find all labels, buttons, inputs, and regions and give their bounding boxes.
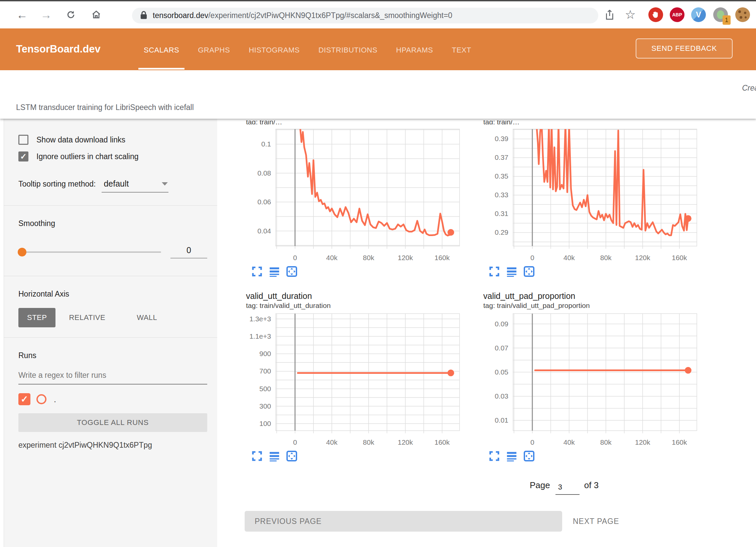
svg-text:0.39: 0.39 <box>495 135 508 142</box>
tooltip-sorting-label: Tooltip sorting method: <box>18 180 96 189</box>
divider <box>4 205 217 206</box>
svg-text:40k: 40k <box>563 438 575 446</box>
fullscreen-icon[interactable] <box>251 450 263 462</box>
chevron-down-icon <box>162 182 168 186</box>
haxis-relative-button[interactable]: RELATIVE <box>60 308 114 327</box>
ignore-outliers-row[interactable]: ✓ Ignore outliers in chart scaling <box>18 151 207 161</box>
svg-text:80k: 80k <box>363 438 374 446</box>
extension-gray-icon[interactable]: 1 <box>713 7 728 22</box>
smoothing-slider-thumb[interactable] <box>18 248 26 256</box>
tab-histograms[interactable]: HISTOGRAMS <box>249 46 300 54</box>
forward-icon[interactable]: → <box>37 6 55 23</box>
svg-text:0: 0 <box>530 254 534 261</box>
fit-domain-icon[interactable] <box>286 450 297 462</box>
tab-distributions[interactable]: DISTRIBUTIONS <box>319 46 377 54</box>
experiment-subheader: Crea LSTM transducer training for LibriS… <box>0 70 756 119</box>
pagination: Page of 3 <box>530 479 756 494</box>
chart-card-2: tag: train/… 0.290.310.330.350.370.39040… <box>481 120 715 278</box>
share-icon[interactable] <box>602 7 618 23</box>
svg-text:100: 100 <box>259 420 271 427</box>
reload-glyph <box>66 10 76 20</box>
toggle-all-runs-button[interactable]: TOGGLE ALL RUNS <box>18 413 207 432</box>
ignore-outliers-checkbox[interactable]: ✓ <box>18 151 28 161</box>
data-table-icon[interactable] <box>269 266 280 277</box>
chart4-plot[interactable]: 0.010.030.050.070.09040k80k120k160k <box>481 312 702 447</box>
svg-text:0.33: 0.33 <box>495 191 508 199</box>
home-glyph <box>91 9 102 20</box>
next-page-button[interactable]: NEXT PAGE <box>573 517 619 526</box>
data-table-icon[interactable] <box>506 450 517 462</box>
run-row: ✓ . <box>18 393 207 405</box>
chart3-plot[interactable]: 1003005007009001.1e+31.3e+3040k80k120k16… <box>244 312 465 447</box>
divider <box>4 337 217 338</box>
chart1-clipped-tag: tag: train/… <box>246 120 478 124</box>
previous-page-button[interactable]: PREVIOUS PAGE <box>245 511 562 532</box>
svg-text:0: 0 <box>293 438 297 446</box>
created-text-clipped: Crea <box>742 84 756 93</box>
tooltip-sorting-dropdown[interactable]: default <box>102 179 168 193</box>
svg-text:0.04: 0.04 <box>257 227 271 235</box>
svg-text:120k: 120k <box>635 254 650 261</box>
tab-text[interactable]: TEXT <box>452 46 471 54</box>
svg-text:160k: 160k <box>434 254 450 261</box>
v-label: V <box>696 10 701 19</box>
sidebar-scroll-gutter[interactable] <box>0 119 4 547</box>
svg-text:120k: 120k <box>635 438 650 446</box>
page-number-input[interactable] <box>555 481 580 495</box>
svg-text:40k: 40k <box>563 254 575 261</box>
nav-tabs: SCALARS GRAPHS HISTOGRAMS DISTRIBUTIONS … <box>144 46 471 54</box>
app-header: TensorBoard.dev SCALARS GRAPHS HISTOGRAM… <box>0 28 756 70</box>
tab-graphs[interactable]: GRAPHS <box>198 46 230 54</box>
reload-icon[interactable] <box>62 6 80 23</box>
svg-text:0.07: 0.07 <box>495 344 508 352</box>
tab-hparams[interactable]: HPARAMS <box>396 46 433 54</box>
svg-text:80k: 80k <box>600 254 612 261</box>
home-icon[interactable] <box>88 6 105 23</box>
url-host: tensorboard.dev <box>153 11 208 20</box>
show-download-links-checkbox[interactable] <box>18 135 28 145</box>
run-checkbox[interactable]: ✓ <box>18 393 30 405</box>
svg-text:0: 0 <box>530 438 534 446</box>
extension-cookie-icon[interactable] <box>735 7 750 22</box>
fullscreen-icon[interactable] <box>489 450 500 462</box>
bookmark-star-icon[interactable]: ☆ <box>622 7 638 23</box>
experiment-id-label: experiment cj2vtPiwQHKN9Q1tx6PTpg <box>18 441 207 450</box>
data-table-icon[interactable] <box>506 266 517 277</box>
chart2-plot[interactable]: 0.290.310.330.350.370.39040k80k120k160k <box>481 128 702 262</box>
extension-abp-icon[interactable]: ABP <box>670 7 684 22</box>
svg-text:160k: 160k <box>672 438 687 446</box>
page: ← → tensorboard.dev/experiment/cj2vtPiwQ… <box>0 0 756 547</box>
svg-text:160k: 160k <box>434 438 450 446</box>
run-color-circle[interactable] <box>36 394 46 404</box>
chart-card-4: valid_utt_pad_proportion tag: train/vali… <box>481 291 715 462</box>
svg-text:0.03: 0.03 <box>495 392 508 400</box>
show-download-links-row[interactable]: Show data download links <box>18 135 207 145</box>
extension-v-icon[interactable]: V <box>691 7 706 22</box>
data-table-icon[interactable] <box>269 450 280 462</box>
haxis-step-button[interactable]: STEP <box>18 308 55 327</box>
back-icon[interactable]: ← <box>13 6 31 23</box>
chart2-clipped-tag: tag: train/… <box>483 120 715 124</box>
smoothing-value-input[interactable] <box>170 245 207 258</box>
smoothing-slider[interactable] <box>18 251 161 253</box>
fullscreen-icon[interactable] <box>251 266 263 277</box>
tab-scalars[interactable]: SCALARS <box>144 46 179 54</box>
page-label: Page <box>530 480 550 490</box>
fit-domain-icon[interactable] <box>286 266 297 277</box>
fit-domain-icon[interactable] <box>523 450 535 462</box>
show-download-links-label: Show data download links <box>36 135 125 144</box>
haxis-wall-button[interactable]: WALL <box>128 308 166 327</box>
svg-text:1.1e+3: 1.1e+3 <box>249 332 271 340</box>
svg-text:900: 900 <box>259 350 271 357</box>
fullscreen-icon[interactable] <box>489 266 500 277</box>
url-bar[interactable]: tensorboard.dev/experiment/cj2vtPiwQHKN9… <box>132 8 598 23</box>
send-feedback-button[interactable]: SEND FEEDBACK <box>636 38 733 59</box>
horizontal-axis-label: Horizontal Axis <box>18 290 207 299</box>
svg-text:0.05: 0.05 <box>495 368 508 376</box>
extension-handblocker-icon[interactable] <box>648 7 663 22</box>
browser-toolbar: ← → tensorboard.dev/experiment/cj2vtPiwQ… <box>0 1 756 28</box>
fit-domain-icon[interactable] <box>523 266 535 277</box>
svg-text:80k: 80k <box>600 438 612 446</box>
runs-filter-input[interactable] <box>18 369 207 385</box>
chart1-plot[interactable]: 0.040.060.080.1040k80k120k160k <box>244 128 465 262</box>
